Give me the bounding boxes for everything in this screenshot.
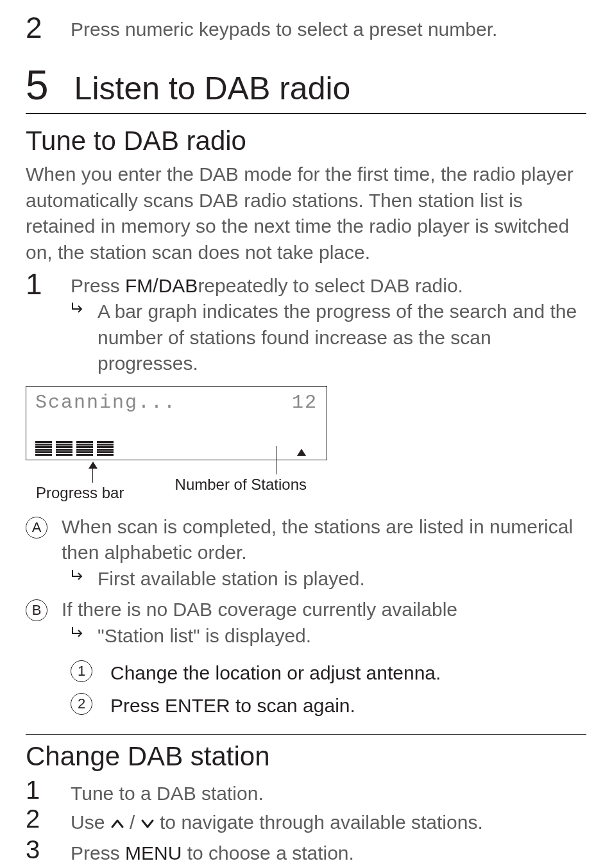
step-number: 2 [26, 13, 51, 42]
number-stations-label: Number of Stations [175, 476, 307, 494]
step-number: 1 [26, 269, 51, 299]
divider [26, 734, 586, 735]
circled-number: 2 [71, 693, 92, 715]
s2-step3: 3 Press MENU to choose a station. [26, 837, 586, 865]
step-1-row: 1 Press FM/DABrepeatedly to select DAB r… [26, 269, 586, 299]
result-text: A bar graph indicates the progress of th… [98, 299, 586, 377]
text-suffix: repeatedly to select DAB radio. [198, 275, 463, 296]
sub-step-text: Change the location or adjust antenna. [110, 658, 441, 687]
progress-pointer: Progress bar [62, 462, 124, 509]
text-suffix: to navigate through available stations. [155, 812, 483, 833]
sub-step-text: Press ENTER to scan again. [110, 690, 355, 719]
s2-step1: 1 Tune to a DAB station. [26, 777, 586, 806]
pointer-up-icon [89, 462, 98, 469]
chapter-heading: 5 Listen to DAB radio [26, 62, 586, 109]
step-text: Press MENU to choose a station. [71, 837, 354, 865]
top-step-row: 2 Press numeric keypads to select a pres… [26, 13, 586, 42]
circled-number: 1 [71, 660, 92, 682]
text-prefix: Use [71, 812, 110, 833]
section-heading: Change DAB station [26, 741, 586, 772]
result-text: "Station list" is displayed. [98, 623, 311, 649]
result-text: First available station is played. [98, 566, 365, 592]
button-label: MENU [125, 842, 182, 864]
chapter-number: 5 [26, 62, 49, 109]
number-pointer: Number of Stations [246, 446, 307, 494]
pointer-line [92, 469, 93, 483]
divider [26, 113, 586, 114]
result-arrow-icon [71, 623, 85, 640]
nav-down-icon [140, 812, 155, 837]
option-b-result: "Station list" is displayed. [26, 623, 586, 649]
intro-paragraph: When you enter the DAB mode for the firs… [26, 162, 586, 265]
diagram-labels: Progress bar Number of Stations [26, 462, 327, 509]
pointer-line [276, 446, 276, 474]
button-label: FM/DAB [125, 275, 198, 296]
step-number: 1 [26, 777, 51, 803]
step-text: Tune to a DAB station. [71, 777, 264, 806]
lcd-diagram: Scanning... 12 Progress bar [26, 386, 586, 509]
s2-step2: 2 Use / to navigate through available st… [26, 806, 586, 837]
result-row: A bar graph indicates the progress of th… [26, 299, 586, 377]
progress-bar-label: Progress bar [36, 484, 124, 502]
option-b-row: B If there is no DAB coverage currently … [26, 597, 586, 623]
option-b-text: If there is no DAB coverage currently av… [62, 597, 457, 623]
lcd-top-row: Scanning... 12 [35, 392, 318, 413]
step-text: Press numeric keypads to select a preset… [71, 13, 497, 42]
step-text: Use / to navigate through available stat… [71, 806, 483, 837]
text-suffix: to choose a station. [182, 842, 354, 864]
step-text: Press FM/DABrepeatedly to select DAB rad… [71, 269, 463, 298]
progress-blocks [35, 441, 114, 456]
chapter-title: Listen to DAB radio [74, 70, 351, 107]
text-prefix: Press [71, 275, 125, 296]
text-prefix: Press [71, 842, 125, 864]
lcd-scanning-text: Scanning... [35, 392, 176, 413]
nav-up-icon [110, 812, 124, 837]
option-b-sub2: 2 Press ENTER to scan again. [26, 690, 586, 719]
step-number: 3 [26, 837, 51, 862]
text-mid: / [124, 812, 135, 833]
option-a-row: A When scan is completed, the stations a… [26, 514, 586, 566]
result-arrow-icon [71, 566, 85, 583]
lcd-count: 12 [292, 392, 318, 413]
result-arrow-icon [71, 299, 85, 315]
option-a-result: First available station is played. [26, 566, 586, 592]
section-heading: Tune to DAB radio [26, 126, 586, 156]
option-a-text: When scan is completed, the stations are… [62, 514, 586, 566]
circled-letter: B [26, 599, 47, 621]
circled-letter: A [26, 517, 47, 538]
step-number: 2 [26, 806, 51, 831]
manual-page: 2 Press numeric keypads to select a pres… [0, 0, 612, 868]
option-b-sub1: 1 Change the location or adjust antenna. [26, 658, 586, 687]
